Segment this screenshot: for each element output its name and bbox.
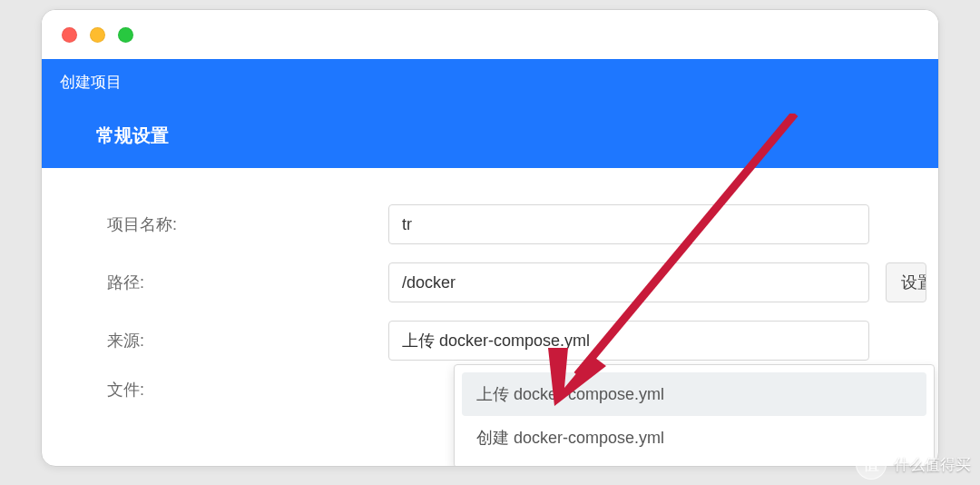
window-frame: 创建项目 常规设置 项目名称: 路径: 设置 来源: 上传 docker-com… — [41, 9, 939, 467]
label-file: 文件: — [107, 379, 388, 401]
label-source: 来源: — [107, 330, 388, 351]
path-set-button[interactable]: 设置 — [886, 262, 926, 302]
watermark-text: 什么值得买 — [894, 454, 971, 475]
content-area: 创建项目 常规设置 项目名称: 路径: 设置 来源: 上传 docker-com… — [42, 59, 938, 466]
traffic-lights — [62, 27, 133, 43]
row-project-name: 项目名称: — [107, 204, 938, 244]
project-name-input[interactable] — [388, 204, 869, 244]
watermark-badge-icon: 值 — [856, 449, 887, 480]
watermark: 值 什么值得买 — [856, 449, 971, 480]
row-path: 路径: 设置 — [107, 262, 938, 302]
path-input[interactable] — [388, 262, 869, 302]
titlebar — [42, 10, 938, 59]
label-path: 路径: — [107, 272, 388, 293]
row-source: 来源: 上传 docker-compose.yml 上传 docker-comp… — [107, 321, 938, 361]
label-project-name: 项目名称: — [107, 213, 388, 235]
dropdown-option-upload[interactable]: 上传 docker-compose.yml — [462, 372, 926, 416]
source-select[interactable]: 上传 docker-compose.yml — [388, 321, 869, 361]
source-select-value: 上传 docker-compose.yml — [402, 330, 590, 351]
breadcrumb[interactable]: 创建项目 — [42, 59, 938, 107]
close-icon[interactable] — [62, 27, 77, 43]
minimize-icon[interactable] — [90, 27, 105, 43]
blue-header: 创建项目 常规设置 — [42, 59, 938, 168]
form-area: 项目名称: 路径: 设置 来源: 上传 docker-compose.yml 上… — [42, 168, 938, 401]
section-title: 常规设置 — [42, 107, 938, 168]
maximize-icon[interactable] — [118, 27, 133, 43]
